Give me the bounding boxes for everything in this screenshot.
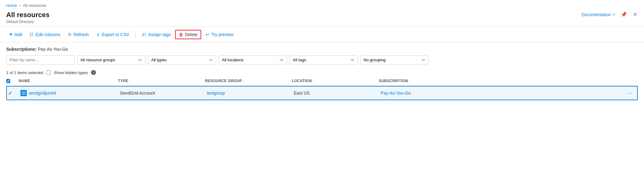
edit-columns-icon: ☷ — [29, 32, 34, 37]
row-checkbox-cell: ✓ — [7, 90, 19, 96]
row-resource-group-cell: testgroup — [206, 91, 293, 96]
header-subscription-col[interactable]: SUBSCRIPTION ↕ — [379, 79, 625, 83]
types-filter[interactable]: All types — [148, 55, 216, 64]
breadcrumb-separator: > — [19, 3, 21, 8]
show-hidden-checkbox[interactable] — [46, 70, 51, 75]
breadcrumb: Home > All resources — [0, 0, 644, 10]
add-button[interactable]: + Add — [6, 29, 25, 40]
grouping-filter[interactable]: No grouping — [360, 55, 429, 64]
export-icon: ⇓ — [96, 32, 100, 37]
header-actions: Documentation ↗ 📌 ✕ — [582, 11, 638, 18]
filters-section: Subscriptions: Pay-As-You-Go All resourc… — [0, 42, 644, 67]
header-type-col[interactable]: TYPE ↕ — [118, 79, 205, 83]
table-row: ✓ sendgridjureid SendGrid Account testgr… — [6, 86, 638, 100]
assign-tags-icon: 🏷 — [142, 32, 146, 37]
delete-button[interactable]: 🗑 Delete — [175, 30, 201, 39]
header-checkbox-col — [6, 79, 19, 83]
table-container: NAME ↕ TYPE ↕ RESOURCE GROUP ↕ LOCATION … — [0, 77, 644, 100]
documentation-link[interactable]: Documentation ↗ — [582, 12, 615, 17]
info-icon[interactable]: i — [91, 70, 96, 75]
subscriptions-row: Subscriptions: Pay-As-You-Go — [6, 47, 638, 52]
header-location-col[interactable]: LOCATION ↕ — [292, 79, 379, 83]
edit-columns-button[interactable]: ☷ Edit columns — [26, 30, 63, 39]
resource-group-link[interactable]: testgroup — [207, 91, 225, 96]
subscription-link[interactable]: Pay-As-You-Go — [381, 91, 411, 96]
select-all-checkbox[interactable] — [6, 79, 10, 83]
page-title: All resources — [6, 11, 49, 19]
close-icon: ✕ — [633, 12, 637, 17]
header-actions-col — [625, 79, 638, 83]
filter-row: All resource groups All types All locati… — [6, 55, 638, 64]
row-subscription-cell: Pay-As-You-Go — [379, 91, 625, 96]
refresh-button[interactable]: ↻ Refresh — [65, 30, 92, 39]
sort-location-icon: ↕ — [313, 79, 315, 83]
sort-type-icon: ↕ — [129, 79, 131, 83]
subscriptions-label: Subscriptions: — [6, 47, 37, 52]
subscriptions-value: Pay-As-You-Go — [38, 47, 68, 52]
tags-filter[interactable]: All tags — [289, 55, 358, 64]
page-header: All resources Default Directory Document… — [0, 10, 644, 26]
pin-icon: 📌 — [621, 12, 627, 17]
try-preview-icon: ↩ — [206, 32, 209, 37]
external-link-icon: ↗ — [612, 12, 615, 17]
delete-icon: 🗑 — [179, 32, 183, 37]
close-button[interactable]: ✕ — [633, 11, 638, 18]
breadcrumb-current: All resources — [23, 3, 46, 8]
row-more-cell: ⋯ — [625, 90, 637, 96]
resource-name-link[interactable]: sendgridjureid — [29, 91, 56, 96]
page-title-group: All resources Default Directory — [6, 11, 49, 24]
row-check-icon: ✓ — [8, 91, 12, 96]
sort-rg-icon: ↕ — [243, 79, 245, 83]
toolbar: + Add ☷ Edit columns ↻ Refresh ⇓ Export … — [0, 26, 644, 42]
show-hidden-label: Show hidden types — [54, 70, 88, 75]
page-subtitle: Default Directory — [6, 20, 49, 24]
assign-tags-button[interactable]: 🏷 Assign tags — [139, 30, 174, 39]
more-options-button[interactable]: ⋯ — [626, 90, 634, 96]
refresh-icon: ↻ — [68, 32, 72, 37]
pin-button[interactable]: 📌 — [620, 11, 628, 18]
add-icon: + — [9, 31, 13, 38]
toolbar-separator — [135, 31, 136, 38]
try-preview-button[interactable]: ↩ Try preview — [202, 30, 237, 39]
row-type-cell: SendGrid Account — [119, 91, 206, 96]
table-header: NAME ↕ TYPE ↕ RESOURCE GROUP ↕ LOCATION … — [6, 77, 638, 85]
resource-groups-filter[interactable]: All resource groups — [77, 55, 145, 64]
filter-name-input[interactable] — [6, 55, 75, 64]
breadcrumb-home[interactable]: Home — [6, 3, 17, 8]
selection-count: 1 of 1 items selected — [6, 70, 43, 75]
locations-filter[interactable]: All locations — [219, 55, 287, 64]
sort-subscription-icon: ↕ — [409, 79, 411, 83]
row-location-cell: East US — [293, 91, 379, 96]
header-name-col[interactable]: NAME ↕ — [19, 79, 118, 83]
selection-row: 1 of 1 items selected Show hidden types … — [0, 67, 644, 77]
header-resource-group-col[interactable]: RESOURCE GROUP ↕ — [205, 79, 292, 83]
sort-name-icon: ↕ — [31, 79, 33, 83]
row-name-cell: sendgridjureid — [19, 90, 119, 96]
export-csv-button[interactable]: ⇓ Export to CSV — [93, 30, 133, 39]
resource-type-icon — [20, 90, 27, 96]
